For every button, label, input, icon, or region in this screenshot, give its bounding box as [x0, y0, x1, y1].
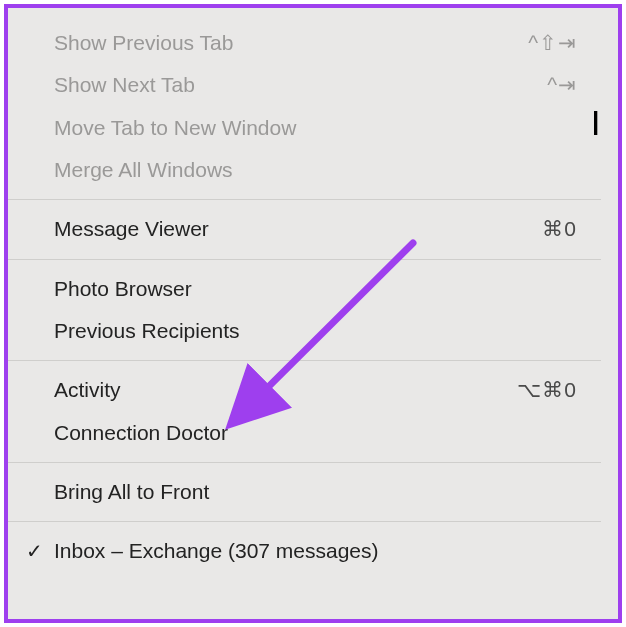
- menu-label: Message Viewer: [54, 215, 209, 243]
- window-frame: Show Previous Tab ^⇧⇥ Show Next Tab ^⇥ M…: [4, 4, 622, 623]
- menu-separator: [8, 259, 601, 260]
- menu-label: Connection Doctor: [54, 419, 228, 447]
- menu-item-connection-doctor[interactable]: Connection Doctor: [8, 412, 601, 454]
- background-peek: |: [592, 8, 610, 619]
- menu-label: Merge All Windows: [54, 156, 233, 184]
- menu-label: Photo Browser: [54, 275, 192, 303]
- menu-item-bring-all-to-front[interactable]: Bring All to Front: [8, 471, 601, 513]
- menu-item-show-next-tab: Show Next Tab ^⇥: [8, 64, 601, 106]
- menu-separator: [8, 521, 601, 522]
- menu-item-merge-all-windows: Merge All Windows: [8, 149, 601, 191]
- menu-label: Move Tab to New Window: [54, 114, 296, 142]
- menu-item-message-viewer[interactable]: Message Viewer ⌘0: [8, 208, 601, 250]
- menu-item-photo-browser[interactable]: Photo Browser: [8, 268, 601, 310]
- menu-label: Show Previous Tab: [54, 29, 233, 57]
- menu-item-show-previous-tab: Show Previous Tab ^⇧⇥: [8, 22, 601, 64]
- menu-item-inbox-exchange[interactable]: ✓ Inbox – Exchange (307 messages): [8, 530, 601, 572]
- menu-shortcut: ^⇥: [547, 71, 577, 99]
- menu-item-activity[interactable]: Activity ⌥⌘0: [8, 369, 601, 411]
- menu-separator: [8, 462, 601, 463]
- menu-label: Activity: [54, 376, 121, 404]
- menu-shortcut: ^⇧⇥: [528, 29, 577, 57]
- menu-label: Show Next Tab: [54, 71, 195, 99]
- menu-separator: [8, 199, 601, 200]
- menu-label: Bring All to Front: [54, 478, 209, 506]
- window-menu: Show Previous Tab ^⇧⇥ Show Next Tab ^⇥ M…: [8, 8, 601, 575]
- menu-item-previous-recipients[interactable]: Previous Recipients: [8, 310, 601, 352]
- menu-label: Inbox – Exchange (307 messages): [54, 537, 379, 565]
- menu-shortcut: ⌘0: [542, 215, 577, 243]
- menu-separator: [8, 360, 601, 361]
- menu-label: Previous Recipients: [54, 317, 240, 345]
- menu-item-move-tab-new-window: Move Tab to New Window: [8, 107, 601, 149]
- menu-shortcut: ⌥⌘0: [517, 376, 577, 404]
- checkmark-icon: ✓: [26, 538, 43, 565]
